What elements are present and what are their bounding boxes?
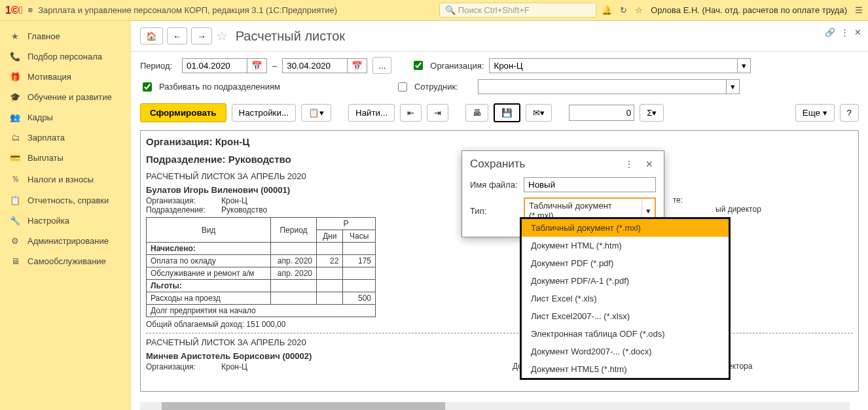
- settings-button[interactable]: Настройки...: [232, 104, 296, 122]
- sidebar-item-payments[interactable]: 💳Выплаты: [0, 148, 131, 168]
- type-label: Тип:: [470, 206, 520, 216]
- date-from-input[interactable]: [182, 58, 247, 73]
- dropdown-option[interactable]: Лист Excel (*.xls): [522, 290, 729, 307]
- sidebar-item-settings[interactable]: 🔧Настройка: [0, 211, 131, 231]
- period-label: Период:: [140, 61, 177, 71]
- monitor-icon: 🖥: [9, 256, 21, 266]
- sidebar-item-salary[interactable]: 🗂Зарплата: [0, 128, 131, 148]
- dropdown-option[interactable]: Лист Excel2007-... (*.xlsx): [522, 307, 729, 325]
- search-icon: 🔍: [445, 5, 456, 15]
- percent-icon: ％: [9, 173, 21, 185]
- dropdown-option[interactable]: Документ Word2007-... (*.docx): [522, 343, 729, 360]
- home-button[interactable]: 🏠: [140, 27, 163, 44]
- split-label: Разбивать по подразделениям: [159, 82, 280, 92]
- sigma-button[interactable]: Σ▾: [640, 104, 664, 122]
- org-checkbox[interactable]: [414, 61, 423, 70]
- content: 🔗 ⋮ ✕ 🏠 ← → ☆ Расчетный листок Период: 📅…: [131, 21, 868, 410]
- toolbar: Сформировать Настройки... 📋▾ Найти... ⇤ …: [131, 99, 868, 126]
- sidebar-item-selfservice[interactable]: 🖥Самообслуживание: [0, 251, 131, 271]
- document-title: Расчетный листок: [236, 29, 345, 44]
- search-input[interactable]: 🔍 Поиск Ctrl+Shift+F: [439, 3, 596, 18]
- gift-icon: 🎁: [9, 72, 21, 82]
- wrench-icon: 🔧: [9, 216, 21, 226]
- type-dropdown: Табличный документ (*.mxl) Документ HTML…: [520, 217, 731, 380]
- kebab-icon[interactable]: ⋮: [841, 27, 849, 37]
- filename-label: Имя файла:: [470, 180, 520, 190]
- fav-star-icon[interactable]: ☆: [216, 28, 228, 44]
- sum-input[interactable]: [569, 105, 634, 121]
- kebab-icon[interactable]: ⋮: [622, 159, 636, 169]
- link-icon[interactable]: 🔗: [825, 27, 835, 37]
- org-label: Организация:: [430, 61, 484, 71]
- star-icon[interactable]: ☆: [635, 5, 643, 15]
- help-button[interactable]: ?: [840, 104, 859, 122]
- close-icon[interactable]: ✕: [643, 159, 656, 169]
- user-label[interactable]: Орлова Е.Н. (Нач. отд. расчетов по оплат…: [651, 5, 847, 15]
- history-icon[interactable]: ↻: [620, 5, 627, 15]
- users-icon: 👥: [9, 112, 21, 122]
- dropdown-option[interactable]: Электронная таблица ODF (*.ods): [522, 325, 729, 343]
- close-icon[interactable]: ✕: [854, 27, 861, 37]
- sidebar-item-main[interactable]: ★Главное: [0, 26, 131, 46]
- expand-tree-button[interactable]: ⇤: [400, 104, 422, 122]
- card-icon: 💳: [9, 153, 21, 163]
- period-picker-button[interactable]: ...: [372, 57, 391, 74]
- chevron-down-icon[interactable]: ▾: [738, 58, 751, 73]
- save-button[interactable]: 💾: [494, 103, 520, 122]
- form-button[interactable]: Сформировать: [140, 103, 226, 122]
- filename-input[interactable]: [524, 177, 656, 192]
- calendar-icon[interactable]: 📅: [247, 58, 267, 73]
- horizontal-scrollbar[interactable]: [140, 402, 850, 410]
- hamburger-icon[interactable]: ≡: [28, 5, 33, 15]
- date-to-input[interactable]: [282, 58, 348, 73]
- phone-icon: 📞: [9, 52, 21, 61]
- sidebar-item-recruit[interactable]: 📞Подбор персонала: [0, 46, 131, 67]
- emp-checkbox[interactable]: [398, 82, 407, 92]
- dropdown-option[interactable]: Документ PDF (*.pdf): [522, 254, 729, 272]
- chevron-down-icon[interactable]: ▾: [727, 79, 740, 94]
- sidebar-item-reports[interactable]: 📋Отчетность, справки: [0, 190, 131, 211]
- employee-name: Минчев Аристотель Борисович (00002): [146, 351, 513, 361]
- clipboard-button[interactable]: 📋▾: [301, 104, 331, 122]
- mortarboard-icon: 🎓: [9, 92, 21, 102]
- slip-title: РАСЧЕТНЫЙ ЛИСТОК ЗА АПРЕЛЬ 2020: [146, 337, 853, 347]
- print-button[interactable]: 🖶: [465, 104, 488, 122]
- sidebar-item-taxes[interactable]: ％Налоги и взносы: [0, 168, 131, 190]
- emp-input[interactable]: [478, 79, 727, 94]
- split-checkbox[interactable]: [143, 82, 152, 92]
- dropdown-option[interactable]: Табличный документ (*.mxl): [522, 219, 729, 237]
- dropdown-option[interactable]: Документ PDF/A-1 (*.pdf): [522, 272, 729, 290]
- forward-button[interactable]: →: [191, 27, 211, 44]
- collapse-tree-button[interactable]: ⇥: [427, 104, 448, 122]
- org-input[interactable]: [489, 58, 738, 73]
- find-button[interactable]: Найти...: [348, 104, 395, 122]
- bell-icon[interactable]: 🔔: [602, 5, 612, 15]
- total-income: Общий облагаемый доход: 151 000,00: [146, 320, 853, 329]
- folder-icon: 🗂: [9, 133, 21, 143]
- org-header: Организация: Крон-Ц: [146, 136, 853, 147]
- star-icon: ★: [9, 31, 21, 41]
- mail-button[interactable]: ✉▾: [526, 104, 552, 122]
- clipboard-icon: 📋: [9, 196, 21, 205]
- sidebar-item-admin[interactable]: ⚙Администрирование: [0, 231, 131, 251]
- dialog-title: Сохранить: [470, 158, 622, 171]
- sidebar-item-personnel[interactable]: 👥Кадры: [0, 107, 131, 128]
- calendar-icon[interactable]: 📅: [348, 58, 367, 73]
- menu-icon[interactable]: ☰: [855, 5, 863, 15]
- gear-icon: ⚙: [9, 236, 21, 246]
- dropdown-option[interactable]: Документ HTML (*.htm): [522, 237, 729, 254]
- app-title: Зарплата и управление персоналом КОРП, р…: [38, 5, 337, 15]
- doc-header: 🏠 ← → ☆ Расчетный листок: [131, 21, 868, 52]
- top-bar: 1©⃝ ≡ Зарплата и управление персоналом К…: [0, 0, 868, 21]
- logo-1c: 1©⃝: [5, 5, 23, 16]
- employee-name: Булатов Игорь Виленович (00001): [146, 185, 513, 195]
- emp-label: Сотрудник:: [414, 82, 458, 92]
- more-button[interactable]: Еще ▾: [795, 104, 835, 122]
- back-button[interactable]: ←: [167, 27, 187, 44]
- sidebar-item-training[interactable]: 🎓Обучение и развитие: [0, 87, 131, 107]
- sidebar: ★Главное 📞Подбор персонала 🎁Мотивация 🎓О…: [0, 21, 131, 410]
- sidebar-item-motivation[interactable]: 🎁Мотивация: [0, 67, 131, 87]
- dropdown-option[interactable]: Документ HTML5 (*.htm): [522, 360, 729, 378]
